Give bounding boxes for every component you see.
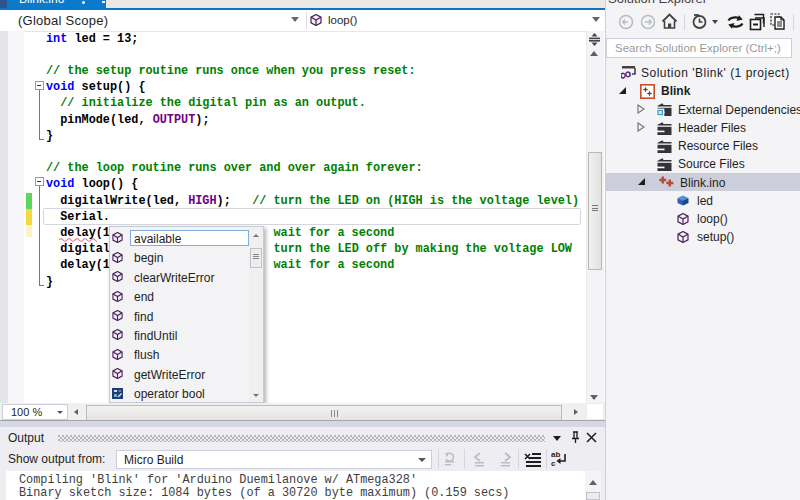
svg-text:ab: ab [551, 450, 560, 459]
svg-text:c: c [551, 459, 556, 468]
